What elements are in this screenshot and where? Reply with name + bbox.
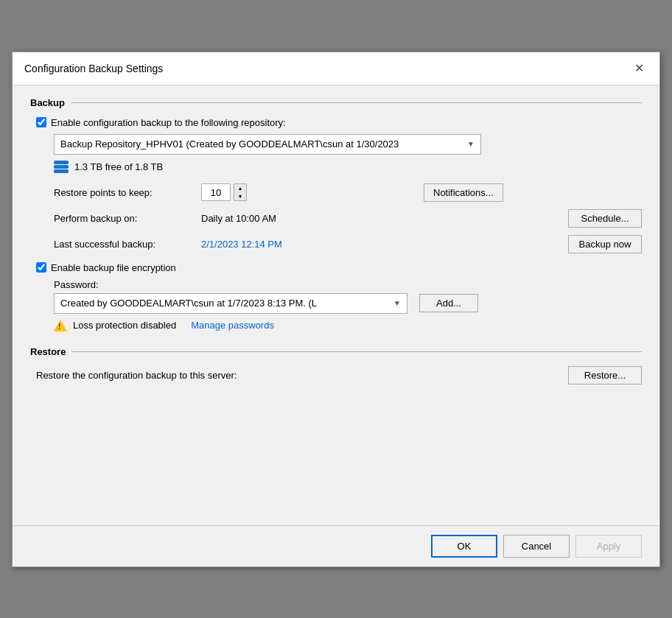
repository-dropdown-arrow: ▼ bbox=[467, 140, 475, 148]
restore-points-row: Restore points to keep: ▲ ▼ Notification… bbox=[54, 183, 642, 202]
restore-row: Restore the configuration backup to this… bbox=[36, 366, 642, 385]
warning-icon bbox=[54, 320, 67, 331]
repository-dropdown[interactable]: Backup Repository_HPHV01 (Created by GOO… bbox=[54, 134, 481, 155]
encryption-checkbox[interactable] bbox=[36, 262, 46, 273]
perform-backup-value: Daily at 10:00 AM bbox=[201, 213, 276, 224]
dialog-title: Configuration Backup Settings bbox=[24, 63, 163, 74]
cancel-button[interactable]: Cancel bbox=[503, 535, 570, 558]
close-button[interactable]: ✕ bbox=[630, 60, 648, 77]
restore-points-control: ▲ ▼ bbox=[201, 183, 247, 201]
encryption-checkbox-label: Enable backup file encryption bbox=[51, 262, 176, 273]
restore-points-label: Restore points to keep: bbox=[54, 187, 201, 198]
password-label: Password: bbox=[54, 279, 642, 290]
password-value: Created by GOODDEALMART\csun at 1/7/2023… bbox=[60, 298, 317, 309]
manage-passwords-link[interactable]: Manage passwords bbox=[191, 320, 274, 331]
encryption-checkbox-row: Enable backup file encryption bbox=[36, 262, 642, 273]
add-button[interactable]: Add... bbox=[419, 294, 478, 312]
notifications-button[interactable]: Notifications... bbox=[424, 183, 503, 202]
perform-backup-row: Perform backup on: Daily at 10:00 AM Sch… bbox=[54, 209, 642, 228]
repository-value: Backup Repository_HPHV01 (Created by GOO… bbox=[60, 138, 399, 150]
restore-button[interactable]: Restore... bbox=[568, 366, 642, 385]
restore-points-spinner: ▲ ▼ bbox=[234, 183, 247, 201]
configuration-backup-settings-dialog: Configuration Backup Settings ✕ Backup E… bbox=[12, 52, 660, 567]
restore-section: Restore Restore the configuration backup… bbox=[30, 346, 642, 385]
restore-points-up[interactable]: ▲ bbox=[234, 184, 246, 192]
restore-description: Restore the configuration backup to this… bbox=[36, 370, 237, 381]
restore-points-down[interactable]: ▼ bbox=[234, 192, 246, 200]
last-backup-label: Last successful backup: bbox=[54, 239, 201, 250]
enable-backup-row: Enable configuration backup to the follo… bbox=[36, 117, 642, 128]
password-dropdown[interactable]: Created by GOODDEALMART\csun at 1/7/2023… bbox=[54, 293, 407, 314]
backup-now-button[interactable]: Backup now bbox=[568, 235, 642, 253]
backup-section-header: Backup bbox=[30, 97, 642, 108]
password-row: Created by GOODDEALMART\csun at 1/7/2023… bbox=[54, 293, 642, 314]
enable-backup-label: Enable configuration backup to the follo… bbox=[51, 117, 286, 128]
storage-info-row: 1.3 TB free of 1.8 TB bbox=[54, 161, 642, 173]
perform-backup-label: Perform backup on: bbox=[54, 213, 201, 224]
password-dropdown-arrow: ▼ bbox=[393, 299, 401, 307]
enable-backup-checkbox[interactable] bbox=[36, 117, 46, 127]
backup-section: Backup Enable configuration backup to th… bbox=[30, 97, 642, 331]
warning-row: Loss protection disabled Manage password… bbox=[54, 320, 642, 331]
encryption-section: Password: Created by GOODDEALMART\csun a… bbox=[54, 279, 642, 331]
title-bar: Configuration Backup Settings ✕ bbox=[13, 52, 659, 85]
restore-section-label: Restore bbox=[30, 346, 66, 357]
dialog-body: Backup Enable configuration backup to th… bbox=[13, 85, 659, 525]
last-backup-row: Last successful backup: 2/1/2023 12:14 P… bbox=[54, 235, 642, 253]
apply-button[interactable]: Apply bbox=[575, 535, 642, 558]
storage-text: 1.3 TB free of 1.8 TB bbox=[74, 161, 163, 172]
repository-row: Backup Repository_HPHV01 (Created by GOO… bbox=[54, 134, 642, 155]
database-icon bbox=[54, 161, 69, 173]
restore-points-input[interactable] bbox=[201, 183, 231, 201]
ok-button[interactable]: OK bbox=[431, 535, 497, 558]
loss-protection-text: Loss protection disabled bbox=[73, 320, 176, 331]
schedule-button[interactable]: Schedule... bbox=[568, 209, 642, 228]
restore-section-header: Restore bbox=[30, 346, 642, 357]
backup-section-label: Backup bbox=[30, 97, 65, 108]
dialog-footer: OK Cancel Apply bbox=[13, 525, 659, 566]
last-backup-value: 2/1/2023 12:14 PM bbox=[201, 239, 282, 250]
